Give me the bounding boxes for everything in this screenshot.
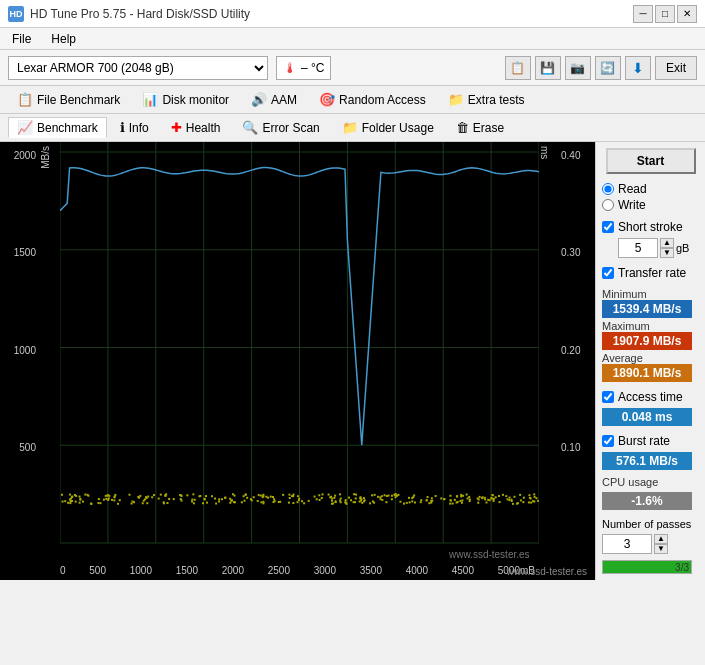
menu-help[interactable]: Help [47, 30, 80, 48]
short-stroke-down[interactable]: ▼ [660, 248, 674, 258]
y-label-0_30: 0.30 [561, 247, 580, 258]
tab-benchmark-label: Benchmark [37, 121, 98, 135]
benchmark-icon: 📈 [17, 120, 33, 135]
access-time-value: 0.048 ms [602, 408, 692, 426]
toolbar-icons: 📋 💾 📷 🔄 ⬇ Exit [505, 56, 697, 80]
info-icon: ℹ [120, 120, 125, 135]
content-wrapper: 📈 Benchmark ℹ Info ✚ Health 🔍 Error Scan… [0, 114, 705, 580]
x-label-3500: 3500 [360, 565, 382, 576]
short-stroke-label: Short stroke [618, 220, 683, 234]
tab-info[interactable]: ℹ Info [111, 117, 158, 138]
short-stroke-input[interactable]: 5 [618, 238, 658, 258]
passes-label: Number of passes [602, 518, 699, 530]
access-time-checkbox-label[interactable]: Access time [602, 390, 699, 404]
tab-file-benchmark[interactable]: 📋 File Benchmark [8, 89, 129, 110]
menu-file[interactable]: File [8, 30, 35, 48]
write-radio-label[interactable]: Write [602, 198, 699, 212]
toolbar-btn-2[interactable]: 💾 [535, 56, 561, 80]
passes-input[interactable] [602, 534, 652, 554]
cpu-usage-label: CPU usage [602, 476, 699, 488]
toolbar-btn-3[interactable]: 📷 [565, 56, 591, 80]
maximum-label: Maximum [602, 320, 699, 332]
progress-bar: 3/3 [602, 560, 692, 574]
y-unit-right: ms [539, 146, 550, 159]
random-access-icon: 🎯 [319, 92, 335, 107]
short-stroke-up[interactable]: ▲ [660, 238, 674, 248]
maximize-button[interactable]: □ [655, 5, 675, 23]
y-label-1500: 1500 [14, 247, 36, 258]
window-controls: ─ □ ✕ [633, 5, 697, 23]
tab-extra-tests-label: Extra tests [468, 93, 525, 107]
burst-rate-checkbox-label[interactable]: Burst rate [602, 434, 699, 448]
y-label-0_10: 0.10 [561, 442, 580, 453]
tab-folder-usage[interactable]: 📁 Folder Usage [333, 117, 443, 138]
menu-bar: File Help [0, 28, 705, 50]
read-radio-label[interactable]: Read [602, 182, 699, 196]
stats-section: Minimum 1539.4 MB/s Maximum 1907.9 MB/s … [602, 286, 699, 382]
title-bar: HD HD Tune Pro 5.75 - Hard Disk/SSD Util… [0, 0, 705, 28]
toolbar: Lexar ARMOR 700 (2048 gB) 🌡 – °C 📋 💾 📷 🔄… [0, 50, 705, 86]
drive-select[interactable]: Lexar ARMOR 700 (2048 gB) [8, 56, 268, 80]
tab-disk-monitor-label: Disk monitor [162, 93, 229, 107]
start-button[interactable]: Start [606, 148, 696, 174]
temp-display: 🌡 – °C [276, 56, 331, 80]
average-value: 1890.1 MB/s [602, 364, 692, 382]
temp-value: – °C [301, 61, 324, 75]
maximum-value: 1907.9 MB/s [602, 332, 692, 350]
exit-button[interactable]: Exit [655, 56, 697, 80]
transfer-rate-checkbox[interactable] [602, 267, 614, 279]
temp-icon: 🌡 [283, 60, 297, 76]
tab-erase[interactable]: 🗑 Erase [447, 117, 513, 138]
tab-extra-tests[interactable]: 📁 Extra tests [439, 89, 534, 110]
watermark: www.ssd-tester.es [506, 564, 587, 578]
progress-text: 3/3 [675, 562, 691, 573]
y-label-0_20: 0.20 [561, 345, 580, 356]
short-stroke-spin-row: 5 ▲ ▼ gB [618, 238, 699, 258]
tab-folder-usage-label: Folder Usage [362, 121, 434, 135]
y-label-500: 500 [19, 442, 36, 453]
y-label-2000: 2000 [14, 150, 36, 161]
passes-spin-buttons: ▲ ▼ [654, 534, 668, 554]
tab-error-scan[interactable]: 🔍 Error Scan [233, 117, 328, 138]
close-button[interactable]: ✕ [677, 5, 697, 23]
x-label-500: 500 [89, 565, 106, 576]
minimum-label: Minimum [602, 288, 699, 300]
y-label-1000: 1000 [14, 345, 36, 356]
minimize-button[interactable]: ─ [633, 5, 653, 23]
access-time-label: Access time [618, 390, 683, 404]
tab-file-benchmark-label: File Benchmark [37, 93, 120, 107]
tab-random-access-label: Random Access [339, 93, 426, 107]
tabs-row-2: 📈 Benchmark ℹ Info ✚ Health 🔍 Error Scan… [0, 114, 705, 142]
passes-up[interactable]: ▲ [654, 534, 668, 544]
write-radio[interactable] [602, 199, 614, 211]
passes-down[interactable]: ▼ [654, 544, 668, 554]
x-label-2000: 2000 [222, 565, 244, 576]
tab-erase-label: Erase [473, 121, 504, 135]
file-benchmark-icon: 📋 [17, 92, 33, 107]
y-unit-left: MB/s [40, 146, 51, 169]
read-radio[interactable] [602, 183, 614, 195]
tab-benchmark[interactable]: 📈 Benchmark [8, 117, 107, 138]
disk-monitor-icon: 📊 [142, 92, 158, 107]
access-time-checkbox[interactable] [602, 391, 614, 403]
short-stroke-spin-buttons: ▲ ▼ [660, 238, 674, 258]
short-stroke-checkbox-label[interactable]: Short stroke [602, 220, 699, 234]
toolbar-btn-1[interactable]: 📋 [505, 56, 531, 80]
x-label-1500: 1500 [176, 565, 198, 576]
cpu-usage-value: -1.6% [602, 492, 692, 510]
tab-aam[interactable]: 🔊 AAM [242, 89, 306, 110]
read-label: Read [618, 182, 647, 196]
tab-disk-monitor[interactable]: 📊 Disk monitor [133, 89, 238, 110]
minimum-value: 1539.4 MB/s [602, 300, 692, 318]
average-label: Average [602, 352, 699, 364]
toolbar-btn-4[interactable]: 🔄 [595, 56, 621, 80]
tab-health[interactable]: ✚ Health [162, 117, 230, 138]
passes-spin-row: ▲ ▼ [602, 534, 699, 554]
toolbar-btn-download[interactable]: ⬇ [625, 56, 651, 80]
transfer-rate-checkbox-label[interactable]: Transfer rate [602, 266, 699, 280]
short-stroke-checkbox[interactable] [602, 221, 614, 233]
tab-random-access[interactable]: 🎯 Random Access [310, 89, 435, 110]
folder-usage-icon: 📁 [342, 120, 358, 135]
benchmark-chart [60, 142, 539, 563]
burst-rate-checkbox[interactable] [602, 435, 614, 447]
